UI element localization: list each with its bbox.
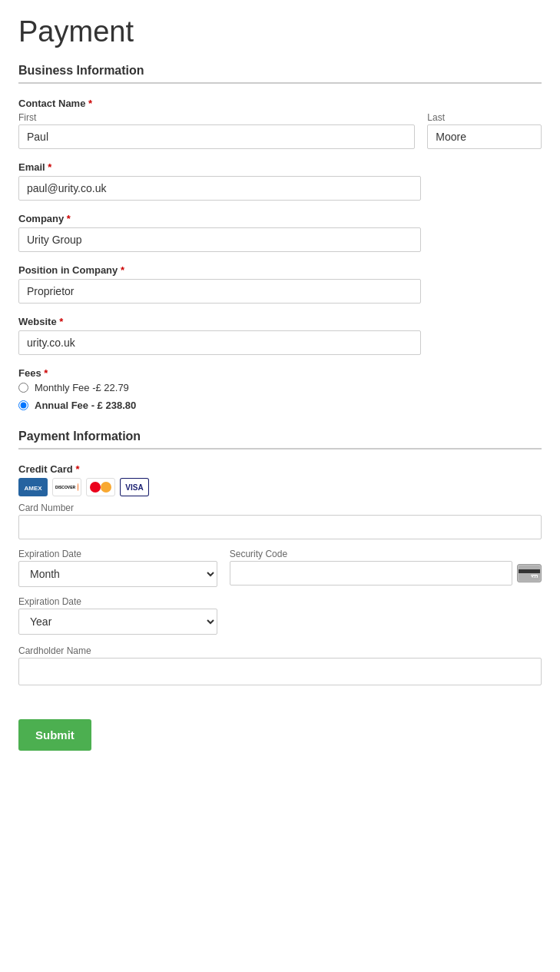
payment-section: Payment Information Credit Card * AMEX D… xyxy=(18,430,542,685)
cardholder-name-input[interactable] xyxy=(18,658,542,685)
payment-section-title: Payment Information xyxy=(18,430,542,443)
contact-name-label: Contact Name * xyxy=(18,98,542,109)
monthly-fee-radio[interactable] xyxy=(18,383,28,393)
visa-icon: VISA xyxy=(120,478,149,496)
business-section: Business Information Contact Name * Firs… xyxy=(18,64,542,411)
svg-text:AMEX: AMEX xyxy=(24,485,42,492)
position-group: Position in Company * xyxy=(18,264,542,304)
last-name-sub-label: Last xyxy=(427,112,542,123)
svg-rect-5 xyxy=(519,569,540,573)
cardholder-group: Cardholder Name xyxy=(18,645,542,685)
cvv-icon: CVV xyxy=(517,564,542,582)
credit-card-label: Credit Card * xyxy=(18,463,542,475)
discover-icon: DISCOVER xyxy=(52,478,81,496)
annual-fee-label: Annual Fee - £ 238.80 xyxy=(35,400,136,411)
expiry-security-row: Expiration Date MonthJanuaryFebruaryMarc… xyxy=(18,549,542,587)
company-label: Company * xyxy=(18,213,542,224)
year-select-wrap: Year202420252026202720282029203020312032… xyxy=(18,609,217,635)
first-name-sub-label: First xyxy=(18,112,415,123)
amex-icon: AMEX xyxy=(18,478,48,496)
monthly-fee-option: Monthly Fee -£ 22.79 xyxy=(18,382,542,393)
company-input[interactable] xyxy=(18,227,421,252)
contact-name-group: Contact Name * First Last xyxy=(18,98,542,149)
security-input-row: CVV xyxy=(230,561,542,586)
email-group: Email * xyxy=(18,161,542,201)
expiry-year-row: Expiration Date Year20242025202620272028… xyxy=(18,596,542,635)
first-name-input[interactable] xyxy=(18,124,415,149)
business-section-divider xyxy=(18,82,542,84)
annual-fee-option: Annual Fee - £ 238.80 xyxy=(18,400,542,411)
last-name-col: Last xyxy=(427,112,542,149)
last-name-input[interactable] xyxy=(427,124,542,149)
year-select[interactable]: Year202420252026202720282029203020312032… xyxy=(18,609,217,635)
company-group: Company * xyxy=(18,213,542,252)
fees-label: Fees * xyxy=(18,367,542,379)
expiry-month-col: Expiration Date MonthJanuaryFebruaryMarc… xyxy=(18,549,217,587)
position-input[interactable] xyxy=(18,279,421,304)
svg-text:VISA: VISA xyxy=(125,483,143,492)
name-row: First Last xyxy=(18,112,542,149)
credit-card-group: Credit Card * AMEX DISCOVER xyxy=(18,463,542,685)
email-input[interactable] xyxy=(18,176,421,201)
position-label: Position in Company * xyxy=(18,264,542,276)
first-name-col: First xyxy=(18,112,415,149)
expiration-label: Expiration Date xyxy=(18,549,217,559)
email-label: Email * xyxy=(18,161,542,173)
expiration-year-label: Expiration Date xyxy=(18,596,542,607)
business-section-title: Business Information xyxy=(18,64,542,78)
website-input[interactable] xyxy=(18,330,421,355)
card-icons-row: AMEX DISCOVER VISA xyxy=(18,478,542,496)
card-number-input[interactable] xyxy=(18,515,542,539)
annual-fee-radio[interactable] xyxy=(18,400,28,410)
cardholder-name-label: Cardholder Name xyxy=(18,645,542,656)
monthly-fee-label: Monthly Fee -£ 22.79 xyxy=(35,382,129,393)
website-group: Website * xyxy=(18,316,542,355)
mastercard-icon xyxy=(86,478,115,496)
fees-group: Fees * Monthly Fee -£ 22.79 Annual Fee -… xyxy=(18,367,542,411)
submit-button[interactable]: Submit xyxy=(18,719,91,751)
security-col: Security Code CVV xyxy=(230,549,542,586)
month-select[interactable]: MonthJanuaryFebruaryMarchAprilMayJuneJul… xyxy=(18,561,217,587)
svg-text:CVV: CVV xyxy=(531,575,538,579)
payment-section-divider xyxy=(18,448,542,450)
page-title: Payment xyxy=(18,15,542,48)
website-label: Website * xyxy=(18,316,542,327)
card-number-label: Card Number xyxy=(18,503,542,513)
security-code-label: Security Code xyxy=(230,549,542,559)
security-code-input[interactable] xyxy=(230,561,512,586)
